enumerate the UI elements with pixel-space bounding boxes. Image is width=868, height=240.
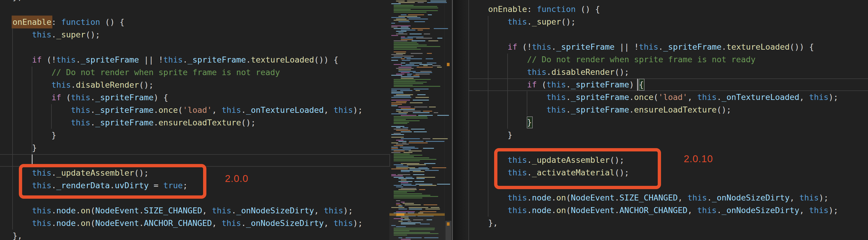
code-token: this [527, 67, 547, 77]
minimap-line [390, 140, 445, 141]
code-token: node [56, 206, 76, 215]
code-line[interactable]: this._spriteFrame.once('load', this._onT… [469, 91, 838, 103]
code-line[interactable]: } [0, 142, 37, 154]
code-token: || ! [139, 55, 163, 64]
code-line[interactable]: this.node.on(NodeEvent.ANCHOR_CHANGED, t… [0, 217, 363, 230]
code-line[interactable]: onEnable: function () { [0, 16, 124, 28]
code-token: , [314, 206, 324, 215]
code-token: . [629, 92, 634, 102]
code-line[interactable]: onEnable: function () { [469, 3, 600, 16]
code-line[interactable]: // Do not render when sprite frame is no… [0, 66, 280, 79]
code-token: this [507, 193, 527, 202]
code-line[interactable]: this._spriteFrame.once('load', this._onT… [0, 104, 363, 116]
code-line[interactable]: this._super(); [469, 16, 576, 28]
minimap-segment [420, 71, 432, 72]
minimap-line [390, 16, 445, 17]
minimap-segment [415, 184, 433, 185]
minimap-segment [427, 53, 432, 54]
code-token: _spriteFrame [95, 118, 153, 127]
minimap-line [390, 129, 445, 129]
minimap-segment [394, 56, 414, 57]
minimap-line [390, 46, 445, 47]
code-token: this [639, 42, 658, 52]
minimap-line [390, 119, 445, 120]
code-token: _spriteFrame [81, 55, 139, 64]
minimap-segment [396, 101, 407, 102]
code-token: SIZE_CHANGED [619, 193, 678, 202]
minimap-line [390, 137, 445, 138]
minimap-segment [401, 65, 419, 66]
code-line[interactable]: this.node.on(NodeEvent.ANCHOR_CHANGED, t… [469, 204, 838, 217]
minimap-segment [394, 156, 414, 157]
code-token: . [551, 193, 556, 202]
minimap-line [390, 145, 445, 146]
minimap-segment [401, 39, 413, 40]
minimap-segment [398, 189, 417, 190]
minimap-segment [394, 192, 407, 193]
minimap-segment [391, 126, 404, 127]
minimap-segment [401, 63, 405, 63]
minimap-line [390, 1, 445, 1]
minimap-segment [401, 163, 420, 164]
minimap-segment [418, 115, 433, 116]
code-line[interactable]: this.node.on(NodeEvent.SIZE_CHANGED, thi… [0, 204, 353, 217]
minimap-segment [416, 38, 432, 39]
minimap-line [390, 113, 445, 114]
code-line[interactable]: }, [0, 0, 23, 3]
minimap-segment [394, 164, 403, 165]
code-line[interactable]: } [0, 129, 56, 142]
code-line[interactable]: this._spriteFrame.ensureLoadTexture(); [469, 103, 731, 116]
code-token: this [163, 55, 183, 64]
minimap-viewport[interactable] [390, 212, 445, 240]
left-scrollbar[interactable] [445, 0, 452, 240]
minimap-line [390, 192, 445, 193]
code-line[interactable]: this._spriteFrame.ensureLoadTexture(); [0, 116, 256, 129]
code-token: () { [100, 17, 124, 27]
code-token: this [71, 105, 90, 115]
code-line[interactable]: this.disableRender(); [469, 66, 629, 79]
code-token: (); [241, 118, 256, 127]
code-line[interactable]: if (!this._spriteFrame || !this._spriteF… [0, 54, 338, 66]
code-line[interactable]: if (this._spriteFrame) { [469, 79, 644, 91]
code-line[interactable]: }, [469, 217, 498, 229]
minimap-segment [437, 67, 442, 68]
code-line[interactable]: if (!this._spriteFrame || !this._spriteF… [469, 41, 814, 53]
code-line[interactable]: } [469, 116, 532, 129]
minimap-line [390, 25, 445, 26]
left-minimap[interactable] [390, 0, 445, 240]
code-token: 'load' [183, 105, 212, 115]
code-line[interactable]: this.disableRender(); [0, 79, 153, 91]
code-token: this [212, 206, 231, 215]
minimap-segment [398, 206, 403, 207]
code-line[interactable]: this._super(); [0, 28, 100, 41]
code-line[interactable]: }, [0, 230, 23, 240]
minimap-segment [427, 63, 436, 63]
minimap-segment [394, 95, 410, 96]
diff-highlight-box-right [494, 148, 661, 189]
minimap-segment [396, 130, 410, 131]
minimap-line [390, 122, 445, 123]
minimap-line [390, 191, 445, 191]
code-line[interactable]: if (this._spriteFrame) { [0, 91, 168, 104]
minimap-segment [402, 60, 410, 61]
minimap-line [390, 167, 445, 168]
minimap-segment [411, 53, 423, 54]
minimap-line [390, 73, 445, 74]
minimap-line [390, 193, 445, 194]
pane-divider-sash[interactable] [452, 0, 453, 240]
code-line[interactable]: this.node.on(NodeEvent.SIZE_CHANGED, thi… [469, 191, 829, 204]
minimap-segment [409, 169, 429, 169]
code-line[interactable]: } [469, 129, 513, 141]
code-token: _onTextureLoaded [721, 92, 799, 102]
code-token: . [566, 80, 571, 89]
code-line[interactable]: // Do not render when sprite frame is no… [469, 53, 755, 66]
minimap-segment [391, 54, 403, 55]
minimap-segment [396, 19, 406, 20]
code-token: NodeEvent [571, 193, 614, 202]
minimap-segment [396, 140, 403, 141]
code-token: ); [829, 206, 838, 215]
minimap-segment [401, 184, 411, 185]
version-label-right: 2.0.10 [684, 153, 713, 164]
text-cursor [637, 79, 638, 91]
minimap-segment [394, 153, 410, 154]
